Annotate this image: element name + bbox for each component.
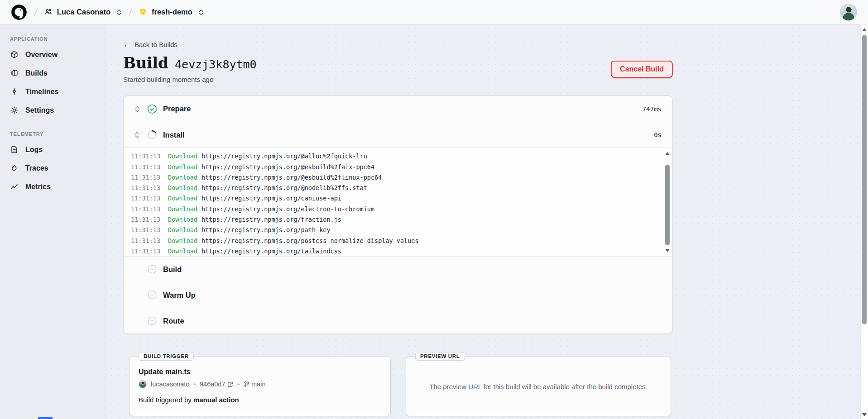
author-name: lucacasonato (151, 381, 189, 388)
expander-chevrons-icon[interactable] (134, 131, 140, 139)
page-scrollbar[interactable] (860, 24, 868, 419)
step-running-spinner-icon (147, 130, 157, 140)
sidebar-item-label: Metrics (25, 183, 51, 191)
external-link-icon (227, 381, 233, 387)
step-row-build: Build (124, 256, 672, 282)
deno-logo-icon[interactable] (11, 4, 27, 20)
step-name: Route (163, 317, 184, 325)
step-row-install[interactable]: Install 0s (124, 122, 672, 148)
document-icon (10, 145, 19, 154)
sidebar-item-traces[interactable]: Traces (5, 159, 101, 177)
step-row-prepare[interactable]: Prepare 747ms (124, 96, 672, 122)
sidebar-navigation: APPLICATION Overview Builds (0, 24, 107, 419)
commit-sha: 946a0d7 (200, 381, 225, 388)
gear-icon (10, 106, 19, 114)
build-trigger-card: BUILD TRIGGER Update main.ts lucacasonat… (129, 357, 391, 416)
scroll-down-arrow-icon[interactable] (862, 413, 867, 416)
sidebar-item-metrics[interactable]: Metrics (5, 177, 101, 196)
branch-ref: main (244, 381, 265, 388)
log-level: Download (168, 162, 197, 172)
log-level: Download (168, 172, 197, 183)
chevron-up-down-icon (198, 8, 204, 16)
log-level: Download (168, 214, 197, 225)
step-name: Install (163, 131, 185, 139)
sidebar-section-application: APPLICATION (10, 36, 101, 42)
trigger-description: Build triggered by manual action (139, 396, 381, 404)
sidebar-item-builds[interactable]: Builds (5, 64, 101, 82)
log-line: 11:31:13Downloadhttps://registry.npmjs.o… (131, 236, 659, 246)
step-name: Warm Up (163, 291, 196, 300)
top-navigation-bar: / Luca Casonato / (0, 0, 868, 24)
log-message: https://registry.npmjs.org/tailwindcss (201, 246, 341, 256)
back-arrow-icon: ← (123, 41, 131, 48)
log-scrollbar-thumb[interactable] (665, 165, 670, 245)
build-trigger-card-label: BUILD TRIGGER (139, 352, 194, 361)
main-content: ← Back to Builds Build 4evzj3k8ytm0 Star… (108, 24, 860, 419)
log-level: Download (168, 193, 197, 204)
log-timestamp: 11:31:13 (131, 246, 160, 256)
commit-sha-link[interactable]: 946a0d7 (200, 381, 233, 388)
breadcrumb-org-selector[interactable]: Luca Casonato (44, 8, 122, 16)
page-header: Build 4evzj3k8ytm0 Started building mome… (123, 55, 673, 83)
log-timestamp: 11:31:13 (131, 183, 160, 193)
log-message: https://registry.npmjs.org/@nodelib%2ffs… (201, 183, 367, 193)
log-timestamp: 11:31:13 (131, 172, 160, 183)
log-level: Download (168, 246, 197, 256)
commit-message: Update main.ts (139, 368, 381, 376)
breadcrumb-divider: / (34, 7, 38, 18)
log-message: https://registry.npmjs.org/@esbuild%2fai… (201, 162, 374, 172)
scroll-up-arrow-icon[interactable] (862, 28, 867, 31)
page-title: Build (123, 55, 168, 71)
scroll-down-arrow-icon[interactable] (665, 249, 670, 252)
log-line: 11:31:13Downloadhttps://registry.npmjs.o… (131, 151, 659, 162)
log-line: 11:31:13Downloadhttps://registry.npmjs.o… (131, 183, 659, 193)
sidebar-item-timelines[interactable]: Timelines (5, 82, 101, 101)
title-block: Build 4evzj3k8ytm0 Started building mome… (123, 55, 257, 83)
sidebar-item-overview[interactable]: Overview (5, 45, 101, 64)
log-message: https://registry.npmjs.org/electron-to-c… (201, 204, 374, 214)
log-line: 11:31:13Downloadhttps://registry.npmjs.o… (131, 225, 659, 235)
step-pending-icon (147, 316, 157, 326)
sidebar-item-label: Builds (25, 69, 48, 77)
cancel-build-button[interactable]: Cancel Build (611, 61, 673, 78)
sidebar-item-label: Logs (25, 146, 43, 154)
flame-icon (10, 164, 19, 172)
user-avatar[interactable] (840, 4, 857, 21)
breadcrumb-project-label: fresh-demo (152, 8, 192, 16)
step-duration: 0s (654, 131, 662, 138)
sidebar-item-settings[interactable]: Settings (5, 101, 101, 119)
fresh-lemon-icon (139, 8, 148, 16)
install-log-output[interactable]: 11:31:13Downloadhttps://registry.npmjs.o… (124, 148, 672, 256)
log-line: 11:31:13Downloadhttps://registry.npmjs.o… (131, 162, 659, 172)
sidebar-item-label: Traces (25, 164, 48, 172)
breadcrumb-divider: / (128, 7, 133, 18)
log-line: 11:31:13Downloadhttps://registry.npmjs.o… (131, 172, 659, 183)
log-message: https://registry.npmjs.org/postcss-norma… (201, 236, 419, 246)
expander-chevrons-icon[interactable] (134, 105, 140, 113)
log-scrollbar[interactable] (664, 149, 671, 255)
scroll-up-arrow-icon[interactable] (665, 152, 670, 155)
sidebar-item-label: Timelines (25, 88, 59, 96)
step-success-check-icon (147, 104, 157, 114)
log-line: 11:31:13Downloadhttps://registry.npmjs.o… (131, 246, 659, 256)
back-to-builds-link[interactable]: ← Back to Builds (123, 41, 177, 48)
build-steps-panel: Prepare 747ms Instal (123, 95, 673, 334)
sidebar-item-logs[interactable]: Logs (5, 140, 101, 159)
commit-meta-row: lucacasonato • 946a0d7 • (139, 380, 381, 388)
log-level: Download (168, 236, 197, 246)
log-level: Download (168, 225, 197, 235)
log-level: Download (168, 151, 197, 162)
step-pending-icon (147, 290, 157, 300)
page-scrollbar-thumb[interactable] (862, 35, 867, 324)
step-name: Prepare (163, 105, 191, 113)
log-timestamp: 11:31:13 (131, 214, 160, 225)
sidebar-item-label: Settings (25, 106, 54, 114)
log-timestamp: 11:31:13 (131, 225, 160, 235)
preview-url-message: The preview URL for this build will be a… (429, 383, 647, 390)
author-avatar (139, 380, 147, 388)
breadcrumb-project-selector[interactable]: fresh-demo (139, 8, 204, 16)
log-line: 11:31:13Downloadhttps://registry.npmjs.o… (131, 214, 659, 225)
preview-url-card: PREVIEW URL The preview URL for this bui… (406, 357, 671, 416)
log-message: https://registry.npmjs.org/path-key (201, 225, 330, 235)
step-row-warm-up: Warm Up (124, 282, 672, 308)
